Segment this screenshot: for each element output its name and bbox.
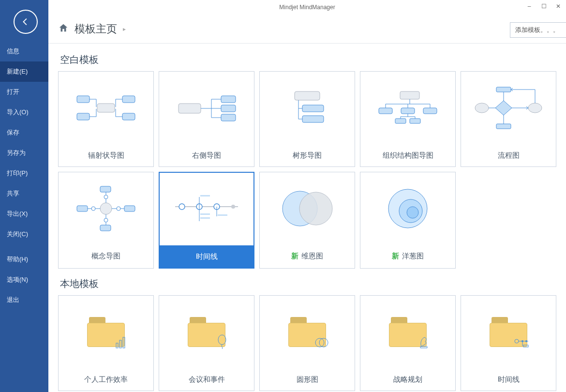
svg-rect-8: [221, 114, 236, 121]
sidebar-secondary-item-1[interactable]: 选项(N): [0, 270, 48, 290]
svg-point-27: [104, 195, 108, 199]
template-label: 新维恩图: [260, 245, 355, 267]
svg-rect-59: [523, 345, 528, 347]
svg-rect-42: [218, 214, 227, 216]
timeline-preview-icon: [160, 173, 253, 245]
folder-icon: [260, 296, 355, 368]
sidebar-item-7[interactable]: 共享: [0, 183, 48, 204]
home-icon[interactable]: [58, 23, 69, 35]
timeline-mini-icon: [514, 337, 530, 349]
folder-icon: [461, 296, 556, 368]
folder-card-1[interactable]: 会议和事件: [159, 295, 254, 391]
back-button[interactable]: [14, 10, 38, 34]
sidebar-item-5[interactable]: 另存为: [0, 143, 48, 163]
template-card-timeline[interactable]: 时间线: [159, 172, 254, 269]
template-card-onion[interactable]: 新洋葱图: [360, 172, 456, 269]
template-card-flow[interactable]: 流程图: [461, 71, 556, 167]
svg-rect-10: [302, 105, 324, 112]
template-label: 组织结构图导图: [360, 144, 455, 166]
template-card-radial[interactable]: 辐射状导图: [58, 71, 154, 167]
svg-point-19: [475, 103, 489, 113]
right-preview-icon: [159, 72, 254, 144]
sidebar-secondary-item-2[interactable]: 退出: [0, 290, 48, 310]
maximize-button[interactable]: ☐: [539, 3, 549, 10]
flow-preview-icon: [461, 72, 556, 144]
sidebar-item-3[interactable]: 导入(O): [0, 102, 48, 122]
svg-point-28: [104, 218, 108, 222]
folder-icon: [59, 296, 153, 368]
sidebar-item-8[interactable]: 导出(X): [0, 204, 48, 224]
template-label: 时间线: [160, 245, 253, 268]
template-label: 概念导图: [59, 245, 153, 267]
sidebar-item-2[interactable]: 打开: [0, 82, 48, 102]
svg-rect-39: [200, 213, 210, 215]
tree-preview-icon: [260, 72, 355, 144]
svg-point-30: [117, 207, 120, 211]
content: 空白模板 辐射状导图右侧导图树形导图组织结构图导图流程图概念导图时间线新维恩图新…: [48, 44, 566, 392]
template-card-concept[interactable]: 概念导图: [58, 172, 154, 269]
svg-rect-12: [400, 91, 419, 99]
svg-point-58: [525, 340, 527, 342]
svg-rect-24: [100, 225, 111, 231]
section-title-local: 本地模板: [60, 277, 556, 290]
folder-card-2[interactable]: 圆形图: [259, 295, 355, 391]
add-template-button[interactable]: 添加模板。。。: [510, 22, 566, 38]
sidebar: 信息新建(E)打开导入(O)保存另存为打印(P)共享导出(X)关闭(C) 帮助(…: [0, 0, 48, 392]
svg-rect-1: [77, 113, 89, 120]
sidebar-item-4[interactable]: 保存: [0, 122, 48, 143]
svg-rect-11: [302, 116, 324, 122]
svg-point-51: [218, 335, 226, 345]
onion-preview-icon: [360, 172, 455, 245]
svg-rect-7: [221, 105, 236, 112]
template-label: 辐射状导图: [59, 144, 153, 166]
org-preview-icon: [360, 72, 455, 144]
section-title-blank: 空白模板: [60, 53, 556, 66]
sidebar-item-0[interactable]: 信息: [0, 41, 48, 61]
svg-rect-3: [122, 113, 135, 120]
svg-rect-13: [379, 108, 392, 114]
close-button[interactable]: ✕: [553, 3, 563, 10]
svg-rect-4: [97, 104, 115, 112]
template-label: 树形导图: [260, 144, 355, 166]
svg-point-29: [91, 207, 95, 211]
template-label: 流程图: [461, 144, 556, 166]
template-card-venn[interactable]: 新维恩图: [259, 172, 355, 269]
svg-rect-48: [116, 343, 118, 348]
sidebar-item-1[interactable]: 新建(E): [0, 61, 48, 82]
breadcrumb[interactable]: 模板主页: [74, 22, 117, 36]
svg-rect-37: [200, 195, 210, 196]
chart-mini-icon: [115, 336, 128, 349]
svg-point-54: [515, 339, 519, 343]
new-badge: 新: [392, 252, 399, 261]
folder-icon: [360, 296, 455, 368]
sidebar-item-6[interactable]: 打印(P): [0, 163, 48, 183]
main: Mindjet MindManager – ☐ ✕ 模板主页 ▸ 添加模板。。。…: [48, 0, 566, 392]
concept-preview-icon: [59, 172, 153, 245]
template-label: 新洋葱图: [360, 245, 455, 267]
svg-point-22: [100, 203, 112, 214]
new-badge: 新: [291, 252, 298, 261]
folder-card-0[interactable]: 个人工作效率: [58, 295, 154, 391]
sidebar-secondary-item-0[interactable]: 帮助(H): [0, 249, 48, 270]
svg-rect-9: [295, 91, 320, 100]
svg-point-52: [315, 338, 324, 347]
svg-rect-18: [496, 87, 511, 92]
svg-point-35: [231, 205, 235, 209]
folder-label: 战略规划: [360, 368, 455, 391]
template-card-org[interactable]: 组织结构图导图: [360, 71, 456, 167]
chevron-right-icon: ▸: [123, 26, 126, 32]
radial-preview-icon: [59, 72, 153, 144]
svg-rect-40: [200, 217, 210, 219]
knight-mini-icon: [417, 334, 430, 349]
template-card-tree[interactable]: 树形导图: [259, 71, 355, 167]
folder-label: 圆形图: [260, 368, 355, 391]
minimize-button[interactable]: –: [524, 3, 534, 10]
folder-card-4[interactable]: 时间线: [461, 295, 556, 391]
svg-rect-25: [77, 206, 88, 211]
sidebar-item-9[interactable]: 关闭(C): [0, 224, 48, 244]
template-label: 右侧导图: [159, 144, 254, 166]
svg-point-47: [407, 207, 418, 218]
folder-card-3[interactable]: 战略规划: [360, 295, 456, 391]
template-card-right[interactable]: 右侧导图: [159, 71, 254, 167]
svg-rect-5: [179, 104, 201, 113]
